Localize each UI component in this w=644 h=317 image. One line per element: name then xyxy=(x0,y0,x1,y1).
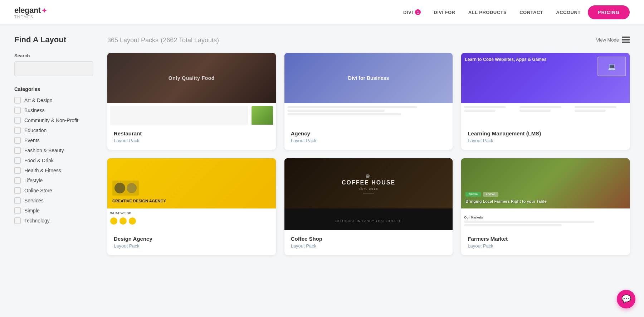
card-coffee-bottom-text: NO HOUSE IN FANCY THAT COFFEE xyxy=(336,219,402,223)
card-agency-line2 xyxy=(287,110,385,112)
category-checkbox-technology[interactable] xyxy=(14,217,21,224)
card-agency[interactable]: Divi for Business Agency Layout Pack xyxy=(284,53,453,150)
card-farmers-market-image-text: Bringing Local Farmers Right to your Tab… xyxy=(465,199,546,204)
card-agency-title: Agency xyxy=(291,130,447,136)
category-item-services[interactable]: Services xyxy=(14,197,93,204)
card-agency-info: Agency Layout Pack xyxy=(284,125,453,150)
card-design-agency-text: CREATIVE DESIGN AGENCY xyxy=(112,198,271,203)
category-item-education[interactable]: Education xyxy=(14,127,93,134)
card-lms[interactable]: Learn to Code Websites, Apps & Games 💻 xyxy=(461,53,630,150)
view-mode-control[interactable]: View Mode xyxy=(596,37,630,43)
main-nav: DIVI 1 DIVI FOR ALL PRODUCTS CONTACT ACC… xyxy=(403,9,581,15)
card-design-agency-image: CREATIVE DESIGN AGENCY WHAT WE DO xyxy=(107,158,276,230)
category-checkbox-health-fitness[interactable] xyxy=(14,167,21,174)
sidebar-title: Find A Layout xyxy=(14,35,93,44)
card-coffee-shop-subtitle: Layout Pack xyxy=(291,243,447,249)
card-restaurant-image-bottom xyxy=(107,103,276,125)
category-item-food-drink[interactable]: Food & Drink xyxy=(14,157,93,164)
card-lms-col1 xyxy=(464,106,516,125)
category-item-business[interactable]: Business xyxy=(14,107,93,114)
card-farmers-market[interactable]: FRESH LOCAL Bringing Local Farmers Right… xyxy=(461,158,630,255)
search-input[interactable] xyxy=(14,61,93,76)
category-checkbox-lifestyle[interactable] xyxy=(14,177,21,184)
category-item-fashion-beauty[interactable]: Fashion & Beauty xyxy=(14,147,93,154)
category-item-simple[interactable]: Simple xyxy=(14,207,93,214)
card-farmers-market-badges: FRESH LOCAL xyxy=(465,192,498,197)
category-checkbox-community[interactable] xyxy=(14,117,21,124)
category-checkbox-events[interactable] xyxy=(14,137,21,144)
view-mode-label: View Mode xyxy=(596,37,619,43)
search-label: Search xyxy=(14,53,93,58)
layout-count-area: 365 Layout Packs (2662 Total Layouts) xyxy=(107,35,219,44)
total-layouts-text: (2662 Total Layouts) xyxy=(161,37,219,44)
card-design-agency-icons xyxy=(110,217,273,225)
category-label-fashion-beauty: Fashion & Beauty xyxy=(24,148,64,153)
card-design-agency-title: Design Agency xyxy=(114,236,269,242)
category-label-services: Services xyxy=(24,198,44,203)
category-checkbox-education[interactable] xyxy=(14,127,21,134)
category-label-art-design: Art & Design xyxy=(24,97,53,103)
logo-name: elegant✦ xyxy=(14,6,47,15)
card-restaurant-subtitle: Layout Pack xyxy=(114,138,269,143)
category-label-events: Events xyxy=(24,138,40,143)
category-label-technology: Technology xyxy=(24,218,50,224)
card-farmers-market-image: FRESH LOCAL Bringing Local Farmers Right… xyxy=(461,158,630,230)
category-item-online-store[interactable]: Online Store xyxy=(14,187,93,194)
card-agency-image: Divi for Business xyxy=(284,53,453,125)
pricing-button[interactable]: PRICING xyxy=(588,5,630,19)
category-label-community: Community & Non-Profit xyxy=(24,117,78,123)
card-lms-title: Learning Management (LMS) xyxy=(468,130,623,136)
card-design-agency[interactable]: CREATIVE DESIGN AGENCY WHAT WE DO Design… xyxy=(107,158,276,255)
card-lms-col3 xyxy=(575,106,627,125)
category-item-art-design[interactable]: Art & Design xyxy=(14,97,93,104)
category-item-events[interactable]: Events xyxy=(14,137,93,144)
nav-link-divi-for[interactable]: DIVI FOR xyxy=(434,10,455,15)
card-lms-col2 xyxy=(519,106,572,125)
category-checkbox-food-drink[interactable] xyxy=(14,157,21,164)
card-coffee-shop-info: Coffee Shop Layout Pack xyxy=(284,230,453,255)
card-farmers-market-image-bottom: Our Markets xyxy=(461,208,630,230)
card-design-agency-info: Design Agency Layout Pack xyxy=(107,230,276,255)
sidebar: Find A Layout Search Categories Art & De… xyxy=(14,35,93,255)
card-coffee-shop[interactable]: ☕ COFFEE HOUSE Est. 2018 NO HOUSE IN FAN… xyxy=(284,158,453,255)
main-container: Find A Layout Search Categories Art & De… xyxy=(0,24,644,266)
category-item-technology[interactable]: Technology xyxy=(14,217,93,224)
card-coffee-shop-image-text: COFFEE HOUSE xyxy=(342,179,395,186)
logo[interactable]: elegant✦ themes xyxy=(14,6,47,19)
layouts-grid: Restaurant Layout Pack Divi for Business xyxy=(107,53,630,255)
card-agency-subtitle: Layout Pack xyxy=(291,138,447,143)
card-restaurant-image xyxy=(107,53,276,125)
card-lms-subtitle: Layout Pack xyxy=(468,138,623,143)
nav-item-divi[interactable]: DIVI 1 xyxy=(403,9,421,15)
nav-link-contact[interactable]: CONTACT xyxy=(519,10,543,15)
categories-title: Categories xyxy=(14,86,93,92)
card-agency-image-top: Divi for Business xyxy=(284,53,453,103)
card-restaurant-title: Restaurant xyxy=(114,130,269,136)
category-checkbox-art-design[interactable] xyxy=(14,97,21,104)
card-restaurant[interactable]: Restaurant Layout Pack xyxy=(107,53,276,150)
category-checkbox-online-store[interactable] xyxy=(14,187,21,194)
category-label-online-store: Online Store xyxy=(24,188,52,193)
category-checkbox-simple[interactable] xyxy=(14,207,21,214)
card-coffee-shop-image-bottom: NO HOUSE IN FANCY THAT COFFEE xyxy=(284,208,453,230)
nav-link-account[interactable]: ACCOUNT xyxy=(556,10,581,15)
category-label-health-fitness: Health & Fitness xyxy=(24,168,61,173)
category-checkbox-business[interactable] xyxy=(14,107,21,114)
category-label-business: Business xyxy=(24,107,45,113)
category-item-health-fitness[interactable]: Health & Fitness xyxy=(14,167,93,174)
category-item-lifestyle[interactable]: Lifestyle xyxy=(14,177,93,184)
nav-link-divi[interactable]: DIVI xyxy=(403,10,413,15)
nav-link-all-products[interactable]: ALL PRODUCTS xyxy=(468,10,507,15)
card-design-agency-bowl xyxy=(112,181,139,196)
category-checkbox-fashion-beauty[interactable] xyxy=(14,147,21,154)
card-restaurant-preview-text xyxy=(110,106,248,125)
card-design-agency-image-bottom: WHAT WE DO xyxy=(107,208,276,230)
category-item-community[interactable]: Community & Non-Profit xyxy=(14,117,93,124)
card-farmers-market-subtitle: Layout Pack xyxy=(468,243,623,249)
view-mode-grid-icon[interactable] xyxy=(622,37,630,43)
divi-badge: 1 xyxy=(415,9,421,15)
category-label-lifestyle: Lifestyle xyxy=(24,178,43,183)
card-restaurant-image-top xyxy=(107,53,276,103)
header: elegant✦ themes DIVI 1 DIVI FOR ALL PROD… xyxy=(0,0,644,24)
category-checkbox-services[interactable] xyxy=(14,197,21,204)
